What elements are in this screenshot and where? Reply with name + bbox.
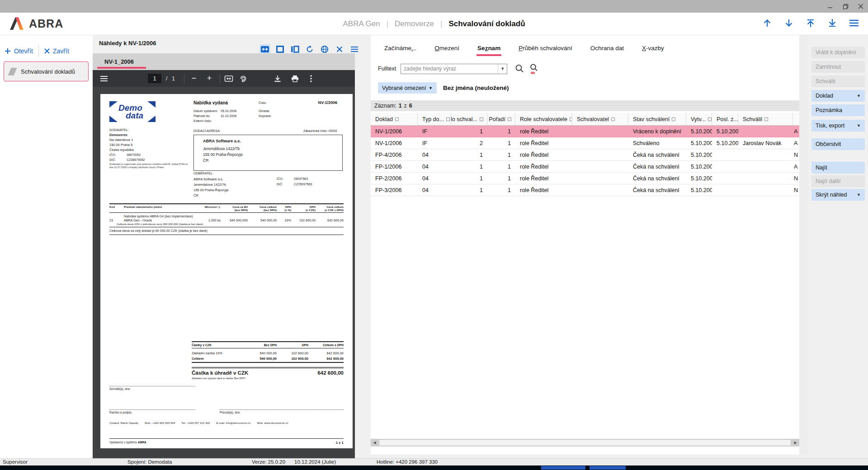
table-row[interactable]: FP-1/20060411role ŘeditelČeká na schvále…	[371, 161, 799, 173]
globe-icon[interactable]	[319, 44, 330, 54]
app-header: ABRA ABRA Gen | Demoverze | Schvalování …	[0, 13, 868, 35]
page-title: Schvalování dokladů	[448, 19, 525, 28]
rotate-icon[interactable]	[304, 44, 315, 54]
search-advanced-icon[interactable]	[529, 63, 539, 74]
column-menu-icon[interactable]	[508, 118, 511, 121]
x-icon	[44, 48, 50, 54]
nav-first-icon[interactable]	[805, 17, 816, 29]
delivery-address-box: ABRA Software a.s. Jeremiášova 1422/7b 1…	[193, 135, 343, 171]
status-hotline: Hotline: +420 296 397 330	[377, 459, 438, 465]
document-button[interactable]: Doklad▼	[811, 90, 865, 102]
tab-zaciname[interactable]: Začínáme...	[377, 39, 424, 57]
column-menu-icon[interactable]	[611, 118, 615, 121]
horizontal-scrollbar[interactable]: ◀ ▶	[371, 439, 799, 446]
preview-panel: Náhledy k NV-1/2006 NV-1_2006 1 / 1 − +	[93, 35, 362, 458]
fulltext-dropdown-icon[interactable]: ▼	[498, 64, 507, 74]
agenda-icon	[8, 68, 17, 75]
refresh-button[interactable]: Občerstvit	[811, 138, 865, 150]
tab-seznam[interactable]: Seznam	[470, 39, 508, 57]
status-bar: Supervisor Spojení: Demodata Verze: 25.0…	[0, 458, 868, 465]
column-menu-icon[interactable]	[395, 118, 399, 121]
window-titlebar[interactable]	[0, 0, 868, 13]
left-sidebar: Otevřít Zavřít Schvalování dokladů	[0, 35, 93, 458]
sidebar-toggle-icon[interactable]	[98, 73, 110, 85]
return-for-completion-button: Vrátit k doplnění	[811, 47, 865, 58]
page-number-input[interactable]: 1	[148, 74, 161, 83]
close-icon[interactable]	[857, 3, 864, 10]
table-row[interactable]: NV-1/2006IF11role ŘeditelVráceno k dopln…	[371, 126, 799, 137]
tab-prubeh-schvalovani[interactable]: Průběh schvalování	[511, 39, 580, 57]
column-menu-icon[interactable]	[672, 118, 675, 121]
print-export-button[interactable]: Tisk, export▼	[811, 120, 865, 132]
close-preview-icon[interactable]	[334, 44, 345, 54]
selected-restriction-button[interactable]: Vybrané omezení ▼	[378, 82, 437, 94]
preview-menu-icon[interactable]	[349, 44, 360, 54]
table-row[interactable]: FP-2/20060411role ŘeditelČeká na schvále…	[371, 173, 799, 184]
find-button[interactable]: Najít	[811, 162, 865, 174]
status-connection: Spojení: Demodata	[127, 459, 172, 465]
grid-header[interactable]: Doklad Typ do... Kolo schval... Pořadí R…	[371, 113, 799, 126]
restore-icon[interactable]	[842, 3, 849, 10]
invoice-items-table: Kód Předmět zdanitelného plnění Množství…	[109, 203, 344, 235]
open-button[interactable]: Otevřít	[5, 47, 33, 55]
table-row[interactable]: NV-1/2006IF21role ŘeditelSchváleno5.10.2…	[371, 137, 799, 149]
main-menu-icon[interactable]	[848, 17, 860, 29]
column-menu-icon[interactable]	[708, 118, 712, 121]
rotate-page-icon[interactable]	[237, 73, 249, 85]
pdf-toolbar: 1 / 1 − +	[93, 70, 355, 87]
sidebar-item-label: Schvalování dokladů	[21, 68, 75, 75]
register-note: Dodavatel je registrován pod spisovou zn…	[109, 163, 189, 169]
signature-block: Schválil(a), dne: Razítko a podpis: Přev…	[109, 380, 344, 437]
hide-preview-button[interactable]: Skrýt náhled▼	[811, 189, 865, 201]
split-pane-icon[interactable]	[289, 44, 300, 54]
table-row[interactable]: FP-4/20060411role ŘeditelČeká na schvále…	[371, 149, 799, 161]
column-menu-icon[interactable]	[446, 118, 450, 121]
zoom-in-button[interactable]: +	[203, 73, 215, 85]
fulltext-input[interactable]	[401, 66, 498, 72]
scrollbar-thumb[interactable]	[379, 439, 791, 446]
approval-panel: Začínáme... Omezení Seznam Průběh schval…	[371, 35, 799, 455]
fulltext-combo[interactable]: ▼	[401, 64, 507, 74]
zoom-out-button[interactable]: −	[188, 73, 200, 85]
record-counter: Záznam: 1 z 6	[371, 100, 799, 111]
note-button[interactable]: Poznámka	[811, 104, 865, 116]
tab-omezeni[interactable]: Omezení	[427, 39, 467, 57]
fit-page-icon[interactable]	[223, 73, 235, 85]
fulltext-label: Fulltext	[378, 66, 396, 72]
find-next-button: Najít další	[811, 175, 865, 187]
chevron-down-icon: ▼	[857, 94, 861, 98]
nav-down-icon[interactable]	[783, 17, 795, 29]
pdf-viewer: 1 / 1 − + Demo	[93, 70, 355, 458]
download-icon[interactable]	[272, 73, 283, 85]
column-menu-icon[interactable]	[764, 118, 768, 121]
more-options-icon[interactable]	[305, 73, 317, 85]
search-icon[interactable]	[514, 64, 524, 74]
open-button-label: Otevřít	[14, 47, 33, 55]
page-divider: /	[166, 75, 167, 82]
nav-last-icon[interactable]	[826, 17, 838, 29]
sidebar-item-schvalovani-dokladu[interactable]: Schvalování dokladů	[4, 61, 89, 81]
close-tab-button[interactable]: Zavřít	[44, 47, 69, 55]
action-button-column: Vrátit k doplnění Zamítnout Schválit Dok…	[808, 35, 868, 455]
taskbar-segment	[590, 466, 626, 470]
tab-x-vazby[interactable]: X-vazby	[635, 39, 671, 57]
scroll-right-icon[interactable]: ▶	[792, 439, 799, 446]
breadcrumb: ABRA Gen | Demoverze | Schvalování dokla…	[0, 13, 868, 35]
single-pane-icon[interactable]	[274, 44, 285, 54]
customer-number: Zákaznické číslo: 00002	[303, 129, 337, 132]
scroll-left-icon[interactable]: ◀	[371, 439, 378, 446]
column-menu-icon[interactable]	[480, 118, 483, 121]
fit-width-icon[interactable]	[259, 44, 270, 54]
tab-ochrana-dat[interactable]: Ochrana dat	[583, 39, 631, 57]
nav-up-icon[interactable]	[761, 17, 773, 29]
table-row[interactable]: FP-3/20060411role ŘeditelČeká na schvále…	[371, 184, 799, 196]
demodata-logo: Demo data	[109, 101, 156, 122]
supplier-label: DODAVATEL:	[109, 128, 129, 132]
document-preview-page: Demo data Nabídka vydaná Číslo: NV-1/200…	[100, 94, 353, 448]
preview-tabbar: NV-1_2006	[93, 53, 355, 70]
amount-due-label: Částka k úhradě v CZK	[192, 370, 248, 376]
invoice-number-label: Číslo:	[259, 101, 267, 104]
approval-grid: Doklad Typ do... Kolo schval... Pořadí R…	[371, 113, 799, 196]
minimize-icon[interactable]	[826, 3, 834, 10]
print-icon[interactable]	[289, 73, 301, 85]
